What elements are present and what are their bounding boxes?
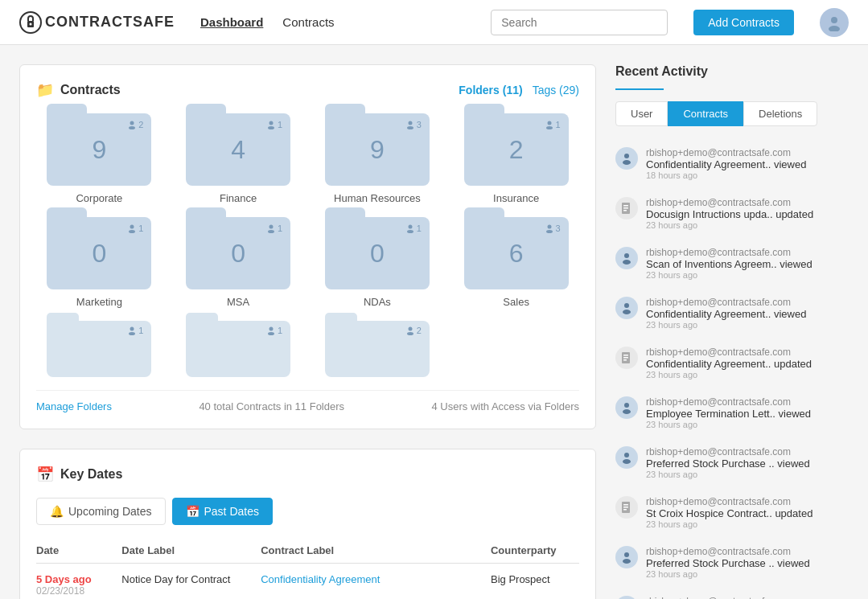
contracts-header: 📁 Contracts Folders (11) Tags (29) <box>36 81 579 99</box>
activity-user: rbishop+demo@contractsafe.com <box>646 147 849 158</box>
avatar[interactable] <box>820 8 849 37</box>
svg-point-23 <box>269 327 274 331</box>
activity-tab-deletions[interactable]: Deletions <box>743 101 817 126</box>
folder-users-small: 1 <box>266 326 282 335</box>
folder-shape: 1 2 <box>464 113 569 186</box>
folder-count: 0 <box>370 239 385 269</box>
date-label-cell: Notice Day for Contract <box>121 564 261 600</box>
folder-count: 4 <box>231 135 245 165</box>
main-layout: 📁 Contracts Folders (11) Tags (29) 2 9 C… <box>0 45 868 599</box>
doc-icon <box>615 347 638 369</box>
svg-rect-30 <box>623 205 628 207</box>
contract-link[interactable]: Confidentiality Agreement <box>261 573 380 585</box>
folder-item[interactable]: 1 <box>175 321 302 377</box>
activity-user: rbishop+demo@contractsafe.com <box>646 596 849 599</box>
activity-underline <box>615 88 664 90</box>
folder-item[interactable]: 1 0 NDAs <box>315 217 441 308</box>
svg-point-6 <box>129 126 135 129</box>
folder-item[interactable]: 3 9 Human Resources <box>315 113 441 204</box>
right-panel: Recent Activity UserContractsDeletions r… <box>615 64 849 599</box>
activity-time: 23 hours ago <box>646 519 849 529</box>
activity-text: rbishop+demo@contractsafe.com Scan of In… <box>646 247 849 280</box>
activity-tab-user[interactable]: User <box>615 101 668 126</box>
folder-item[interactable]: 1 0 Marketing <box>36 217 162 308</box>
key-dates-title: 📅 Key Dates <box>36 466 122 483</box>
contracts-links: Folders (11) Tags (29) <box>459 84 579 96</box>
activity-tab-contracts[interactable]: Contracts <box>668 101 743 126</box>
svg-point-25 <box>408 327 412 331</box>
svg-point-49 <box>624 552 629 557</box>
folder-shape-small: 2 <box>325 321 430 377</box>
doc-icon <box>615 496 638 519</box>
folder-item[interactable]: 1 <box>36 321 162 377</box>
svg-point-16 <box>268 230 274 233</box>
contracts-title: 📁 Contracts <box>36 81 121 99</box>
folder-name: Insurance <box>493 192 539 204</box>
folder-shape: 1 0 <box>325 217 430 289</box>
nav-contracts[interactable]: Contracts <box>282 15 334 29</box>
activity-user: rbishop+demo@contractsafe.com <box>646 197 849 208</box>
activity-user: rbishop+demo@contractsafe.com <box>646 546 849 557</box>
activity-item: rbishop+demo@contractsafe.com Preferred … <box>615 538 849 588</box>
folder-item[interactable]: 2 9 Corporate <box>36 113 162 204</box>
folder-users: 1 <box>405 224 422 233</box>
svg-point-10 <box>407 126 413 129</box>
svg-point-33 <box>624 253 629 258</box>
main-nav: Dashboard Contracts <box>200 15 335 29</box>
activity-item: rbishop+demo@contractsafe.com Confidenti… <box>615 139 849 189</box>
svg-point-28 <box>623 160 631 165</box>
folder-count: 9 <box>92 135 106 165</box>
recent-activity-section: Recent Activity UserContractsDeletions r… <box>615 64 849 599</box>
svg-point-5 <box>130 121 134 125</box>
folder-item[interactable]: 3 6 Sales <box>453 217 579 308</box>
logo[interactable]: CONTRACTSAFE <box>19 11 175 34</box>
folder-item[interactable]: 2 <box>315 321 441 377</box>
folder-item[interactable]: 1 0 MSA <box>175 217 302 308</box>
svg-point-17 <box>408 225 412 229</box>
person-icon <box>615 446 638 469</box>
search-input[interactable] <box>491 10 668 35</box>
svg-point-21 <box>130 327 134 331</box>
col-date-label: Date Label <box>121 538 261 564</box>
activity-action: Employee Termination Lett.. viewed <box>646 408 849 420</box>
folder-item[interactable]: 1 2 Insurance <box>453 113 579 204</box>
tab-past[interactable]: 📅 Past Dates <box>172 498 273 525</box>
folder-item[interactable]: 1 4 Finance <box>175 113 302 204</box>
logo-icon <box>19 11 42 34</box>
activity-item: rbishop+demo@contractsafe.com St Croix H… <box>615 488 849 538</box>
folder-shape: 3 6 <box>464 217 569 289</box>
svg-point-11 <box>547 121 551 125</box>
svg-point-15 <box>269 225 274 229</box>
activity-text: rbishop+demo@contractsafe.com Docusign I… <box>646 197 849 230</box>
svg-point-42 <box>623 409 631 414</box>
activity-text: rbishop+demo@contractsafe.com Preferred … <box>646 546 849 579</box>
activity-text: rbishop+demo@contractsafe.com Preferred … <box>646 446 849 479</box>
tags-link[interactable]: Tags (29) <box>533 84 579 96</box>
activity-time: 23 hours ago <box>646 420 849 429</box>
tab-past-label: Past Dates <box>204 505 259 518</box>
folder-name: Corporate <box>76 192 122 204</box>
folder-grid-main: 2 9 Corporate 1 4 Finance 3 9 Human Reso… <box>36 113 579 308</box>
nav-dashboard[interactable]: Dashboard <box>200 15 263 29</box>
svg-point-4 <box>829 26 840 31</box>
add-contracts-button[interactable]: Add Contracts <box>693 10 794 35</box>
activity-action: Preferred Stock Purchase .. viewed <box>646 557 849 569</box>
activity-text: rbishop+demo@contractsafe.com Employee T… <box>646 396 849 429</box>
svg-point-2 <box>30 23 32 25</box>
user-icon <box>825 14 843 31</box>
tab-upcoming[interactable]: 🔔 Upcoming Dates <box>36 498 166 525</box>
date-ago: 5 Days ago <box>36 573 112 585</box>
activity-text: rbishop+demo@contractsafe.com Confidenti… <box>646 297 849 330</box>
svg-point-7 <box>269 121 274 125</box>
manage-folders-link[interactable]: Manage Folders <box>36 400 112 412</box>
activity-tabs: UserContractsDeletions <box>615 101 849 126</box>
folder-count: 0 <box>92 239 106 269</box>
key-dates-card: 📅 Key Dates 🔔 Upcoming Dates 📅 Past Date… <box>19 449 596 599</box>
activity-text: rbishop+demo@contractsafe.com Docusign I… <box>646 596 849 599</box>
folder-users-small: 2 <box>405 326 422 335</box>
folders-link[interactable]: Folders (11) <box>459 84 522 96</box>
activity-time: 23 hours ago <box>646 370 849 380</box>
activity-action: Confidentiality Agreement.. viewed <box>646 308 849 320</box>
activity-time: 23 hours ago <box>646 320 849 330</box>
person-icon <box>615 297 638 319</box>
